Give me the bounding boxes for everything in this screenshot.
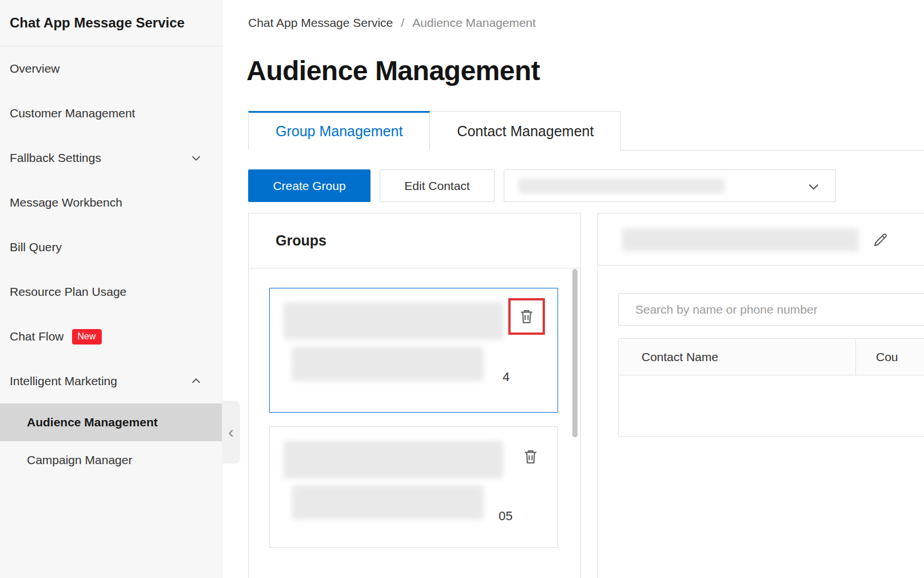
delete-group-button[interactable] [518,444,543,469]
sidebar-item-overview[interactable]: Overview [0,46,223,91]
sidebar-item-label: Campaign Manager [27,453,132,467]
contacts-table: Contact Name Cou [618,338,924,437]
group-select-dropdown[interactable] [504,169,836,202]
tab-bar: Group Management Contact Management [248,111,924,151]
groups-panel-title: Groups [249,213,580,268]
collapse-chevron-icon: ‹ [228,422,234,442]
contacts-panel-header [598,213,924,266]
redacted-group-title [622,228,859,251]
sidebar-item-label: Intelligent Marketing [10,374,117,388]
column-header-contact-name: Contact Name [619,339,856,375]
chevron-down-icon [806,179,821,194]
breadcrumb: Chat App Message Service / Audience Mana… [248,16,536,30]
chevron-down-icon [190,152,202,164]
create-group-button[interactable]: Create Group [248,169,371,202]
delete-group-button[interactable] [514,304,539,329]
sidebar: Chat App Message Service Overview Custom… [0,0,223,578]
trash-icon [518,308,535,325]
sidebar-item-bill-query[interactable]: Bill Query [0,225,223,270]
groups-scrollbar[interactable] [572,269,578,437]
sidebar-item-resource-plan-usage[interactable]: Resource Plan Usage [0,270,223,314]
contacts-table-header: Contact Name Cou [619,339,924,375]
group-card-selected[interactable]: 4 [269,288,558,413]
edit-group-name-button[interactable] [869,228,892,251]
breadcrumb-separator: / [401,16,404,30]
group-info-suffix: 4 [503,370,509,385]
sidebar-item-intelligent-marketing[interactable]: Intelligent Marketing [0,359,223,403]
contact-search-input[interactable] [618,293,924,326]
app-title: Chat App Message Service [0,0,223,46]
tab-contact-management[interactable]: Contact Management [430,111,621,151]
edit-contact-button[interactable]: Edit Contact [380,169,495,202]
redacted-group-name [284,441,503,478]
sidebar-item-label: Bill Query [10,240,62,254]
redacted-group-info [292,485,484,520]
sidebar-item-label: Overview [10,62,60,76]
sidebar-item-audience-management[interactable]: Audience Management [0,403,223,441]
page-title: Audience Management [246,55,540,86]
sidebar-item-label: Audience Management [27,415,158,429]
redacted-group-info [292,347,484,381]
tab-label: Contact Management [457,123,594,140]
column-header-country: Cou [856,350,898,364]
sidebar-item-chat-flow[interactable]: Chat Flow New [0,314,223,359]
sidebar-collapse-button[interactable]: ‹ [222,401,240,464]
new-badge: New [72,329,102,345]
sidebar-item-label: Message Workbench [10,196,122,209]
toolbar: Create Group Edit Contact [248,169,836,202]
pencil-icon [872,231,889,248]
sidebar-item-campaign-manager[interactable]: Campaign Manager [0,441,223,479]
sidebar-item-label: Fallback Settings [10,151,101,165]
trash-icon [522,448,539,465]
tab-label: Group Management [276,123,403,140]
sidebar-item-label: Resource Plan Usage [10,285,126,299]
sidebar-item-fallback-settings[interactable]: Fallback Settings [0,136,223,180]
breadcrumb-current: Audience Management [412,16,536,30]
group-card[interactable]: 05 [269,426,558,548]
screen: Chat App Message Service Overview Custom… [0,0,924,578]
sidebar-item-customer-management[interactable]: Customer Management [0,91,223,136]
contacts-table-empty-body [619,375,924,436]
delete-highlight-box [508,298,545,335]
breadcrumb-root[interactable]: Chat App Message Service [248,16,393,30]
group-info-suffix: 05 [499,509,512,524]
redacted-selected-value [519,179,724,193]
tab-group-management[interactable]: Group Management [248,111,430,151]
groups-panel: Groups 4 05 [248,213,581,578]
chevron-up-icon [190,375,202,387]
sidebar-item-label: Customer Management [10,106,135,120]
sidebar-item-label: Chat Flow [10,330,64,343]
redacted-group-name [284,302,503,340]
contacts-panel: Contact Name Cou [598,213,924,578]
sidebar-item-message-workbench[interactable]: Message Workbench [0,180,223,225]
